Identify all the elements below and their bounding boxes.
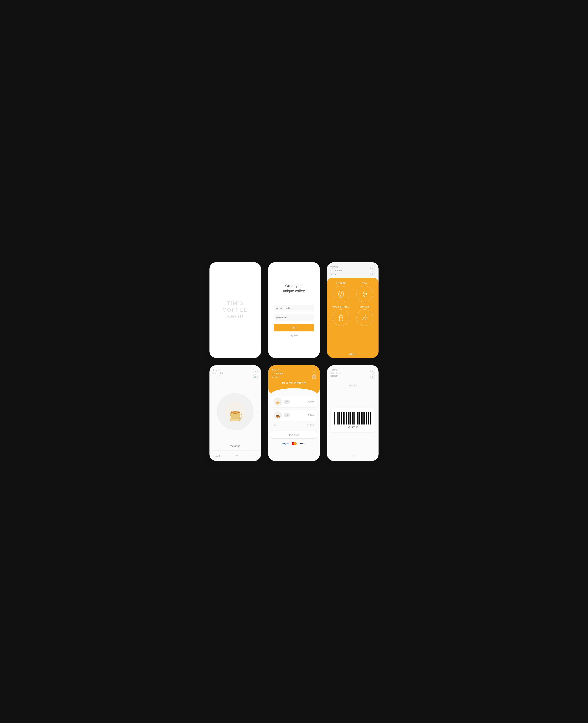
svg-rect-29 — [346, 411, 347, 424]
svg-rect-51 — [361, 411, 362, 424]
order-item-2-img — [273, 411, 282, 420]
product-cart-icon[interactable]: 🛒 — [253, 375, 258, 379]
paypal-icon: PayPal — [282, 443, 289, 445]
order-item-1-price: 8,40 € — [308, 400, 315, 403]
payment-methods: PayPal VISA — [268, 440, 320, 447]
menu-footer-label: MENU — [329, 353, 376, 356]
more-options-button[interactable]: ··· — [254, 454, 257, 457]
svg-point-7 — [230, 419, 241, 421]
subtotal-label: total — [274, 424, 278, 426]
cart-icon[interactable]: 🛒 — [371, 272, 375, 276]
svg-point-11 — [276, 415, 279, 416]
app-grid: TIM'S COFFEE SHOP Order your unique coff… — [209, 262, 379, 461]
confirm-shop-title: TIM'S COFFEE SHOP — [330, 368, 342, 378]
svg-rect-65 — [371, 411, 371, 424]
confirm-cart-icon[interactable]: 🛒 — [371, 375, 375, 379]
svg-rect-31 — [348, 411, 348, 424]
category-tea[interactable]: TEA — [354, 282, 375, 302]
coffee-label: COFFEE — [336, 282, 346, 284]
category-cold-drinks[interactable]: COLD DRINKS — [331, 306, 351, 326]
svg-rect-26 — [344, 411, 344, 424]
product-price: 4,10 € — [213, 454, 220, 457]
order-item-1-icon — [274, 398, 281, 405]
screen-login: Order your unique coffee login register — [268, 262, 320, 358]
svg-rect-14 — [336, 411, 336, 424]
screen-product: TIM'S COFFEE SHOP ≡ 🛒 — [209, 365, 261, 461]
svg-rect-49 — [360, 411, 360, 424]
visa-icon: VISA — [299, 442, 306, 445]
tea-leaf-icon — [361, 290, 369, 298]
screen-confirm: TIM'S COFFEE SHOP ≡ 🛒 ORDER — [327, 365, 379, 461]
order-cart-icon[interactable]: 🛒 — [312, 375, 316, 379]
menu-icons: ≡ 🛒 — [371, 266, 375, 276]
screen-place-order: TIM'S COFFEE SHOP ≡ 🛒 PLACE ORDER — [268, 365, 320, 461]
password-input[interactable] — [274, 314, 314, 321]
confirm-menu-icon[interactable]: ≡ — [371, 368, 375, 373]
svg-rect-24 — [343, 411, 343, 424]
pay-now-button[interactable]: pay now — [271, 430, 317, 439]
cold-drinks-circle[interactable] — [333, 309, 349, 326]
svg-rect-18 — [338, 411, 339, 424]
login-button[interactable]: login — [274, 324, 314, 332]
category-coffee[interactable]: COFFEE — [331, 282, 351, 302]
svg-rect-35 — [351, 411, 351, 424]
svg-rect-43 — [356, 411, 356, 424]
order-item-1-qty: 2x — [284, 400, 290, 404]
product-name: melange — [209, 443, 261, 450]
svg-rect-47 — [358, 411, 359, 424]
svg-rect-16 — [337, 411, 338, 424]
product-menu-icon[interactable]: ≡ — [253, 368, 258, 373]
svg-rect-60 — [368, 411, 368, 424]
menu-footer: MENU — [327, 351, 379, 358]
svg-rect-45 — [357, 411, 358, 424]
order-items-list: 2x 8,40 € 1x 2,70 € total — [268, 394, 320, 429]
product-image-area: › — [209, 381, 261, 443]
order-item-2-qty: 1x — [284, 413, 290, 417]
order-menu-icon[interactable]: ≡ — [312, 368, 316, 373]
svg-rect-33 — [349, 411, 350, 424]
order-item-2-price: 2,70 € — [308, 414, 315, 417]
order-item-1-img — [273, 398, 282, 406]
svg-rect-56 — [365, 411, 365, 424]
barcode-area: AZ-38798 — [331, 408, 375, 432]
svg-rect-44 — [357, 411, 357, 424]
croissant-icon — [361, 314, 369, 322]
svg-rect-41 — [354, 411, 355, 424]
product-header: TIM'S COFFEE SHOP ≡ 🛒 — [209, 365, 261, 381]
coffee-circle[interactable] — [333, 286, 349, 302]
register-link[interactable]: register — [290, 334, 298, 337]
order-item-1: 2x 8,40 € — [271, 396, 317, 407]
svg-rect-28 — [345, 411, 346, 424]
latte-svg — [223, 400, 247, 424]
screen-menu: TiM'S COFFEE SHOP ≡ 🛒 COFFEE — [327, 262, 379, 358]
login-form: login — [274, 305, 314, 332]
svg-rect-23 — [342, 411, 342, 424]
product-footer: 4,10 € + ··· — [209, 450, 261, 461]
chevron-right-icon[interactable]: › — [256, 409, 258, 414]
barcode-image — [334, 411, 371, 424]
phone-input[interactable] — [274, 305, 314, 312]
svg-rect-52 — [362, 411, 362, 424]
snacks-label: SNACKS — [360, 306, 370, 308]
svg-point-9 — [276, 402, 279, 402]
bottle-icon — [337, 314, 345, 322]
snacks-circle[interactable] — [356, 309, 373, 326]
menu-shop-title: TiM'S COFFEE SHOP — [330, 266, 342, 276]
menu-icon[interactable]: ≡ — [371, 266, 375, 270]
order-header-icons: ≡ 🛒 — [312, 368, 316, 379]
mastercard-icon — [292, 442, 297, 445]
order-item-2-icon — [274, 412, 281, 419]
login-headline: Order your unique coffee — [283, 283, 305, 294]
svg-rect-37 — [352, 411, 352, 424]
menu-header: TiM'S COFFEE SHOP ≡ 🛒 — [327, 262, 379, 278]
place-order-title: PLACE ORDER — [272, 381, 316, 388]
order-item-2: 1x 2,70 € — [271, 409, 317, 421]
tea-circle[interactable] — [356, 286, 373, 302]
add-to-cart-button[interactable]: + — [234, 453, 239, 458]
barcode-number: AZ-38798 — [348, 426, 358, 428]
svg-rect-58 — [366, 411, 367, 424]
splash-title: TIM'S COFFEE SHOP — [223, 300, 248, 320]
svg-rect-48 — [359, 411, 360, 424]
category-snacks[interactable]: SNACKS — [354, 306, 375, 326]
order-subtotal: total 11,10 € — [271, 423, 317, 427]
